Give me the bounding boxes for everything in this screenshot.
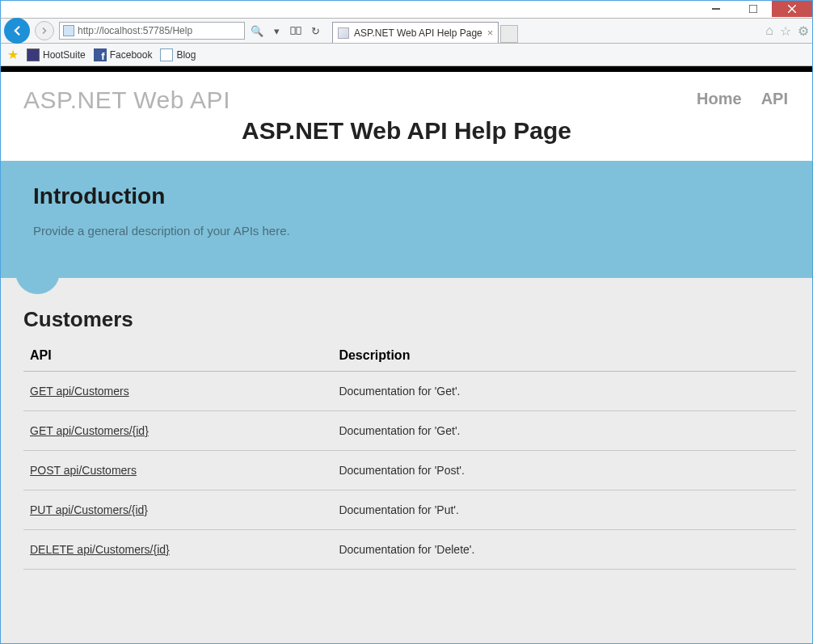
api-link[interactable]: PUT api/Customers/{id} (30, 503, 148, 516)
search-icon[interactable]: 🔍 (250, 23, 264, 38)
tab-title: ASP.NET Web API Help Page (354, 27, 482, 39)
tab-strip: ASP.NET Web API Help Page × (332, 19, 518, 43)
compat-view-icon[interactable] (289, 23, 303, 38)
api-table: API Description GET api/CustomersDocumen… (23, 340, 796, 570)
intro-section: Introduction Provide a general descripti… (1, 161, 812, 278)
minimize-button[interactable] (697, 1, 735, 17)
api-link[interactable]: GET api/Customers (30, 385, 129, 398)
api-description: Documentation for 'Put'. (332, 490, 796, 530)
col-api: API (23, 340, 332, 372)
favorite-label: Facebook (110, 49, 153, 61)
svg-rect-1 (749, 5, 757, 13)
api-description: Documentation for 'Get'. (332, 372, 796, 411)
api-link[interactable]: GET api/Customers/{id} (30, 424, 149, 437)
page-title: ASP.NET Web API Help Page (23, 117, 790, 156)
facebook-icon (94, 48, 107, 61)
intro-text: Provide a general description of your AP… (33, 224, 780, 238)
table-row: GET api/Customers/{id}Documentation for … (23, 411, 796, 451)
nav-api-link[interactable]: API (761, 90, 788, 108)
tab-favicon-icon (338, 27, 349, 39)
address-bar[interactable]: http://localhost:57785/Help (59, 22, 245, 40)
favorites-bar: ★ HootSuite Facebook Blog (0, 44, 813, 66)
table-row: POST api/CustomersDocumentation for 'Pos… (23, 451, 796, 490)
tab-close-icon[interactable]: × (487, 27, 494, 39)
maximize-button[interactable] (735, 1, 772, 17)
window-titlebar (0, 0, 813, 18)
dropdown-icon[interactable]: ▾ (269, 23, 284, 38)
back-button[interactable] (4, 18, 30, 44)
header-nav: Home API (697, 90, 788, 108)
svg-rect-4 (291, 27, 295, 35)
api-description: Documentation for 'Post'. (332, 451, 796, 490)
hootsuite-icon (27, 48, 40, 61)
col-description: Description (332, 340, 796, 372)
intro-heading: Introduction (33, 183, 780, 209)
favorite-hootsuite[interactable]: HootSuite (27, 48, 86, 61)
blog-icon (160, 48, 173, 61)
browser-toolbar: http://localhost:57785/Help 🔍 ▾ ↻ ASP.NE… (0, 18, 813, 44)
close-button[interactable] (772, 1, 812, 17)
home-icon[interactable]: ⌂ (765, 23, 773, 39)
favorites-star-icon[interactable]: ☆ (780, 23, 791, 39)
add-favorite-icon[interactable]: ★ (7, 47, 19, 62)
api-link[interactable]: DELETE api/Customers/{id} (30, 543, 170, 556)
api-description: Documentation for 'Get'. (332, 411, 796, 451)
api-link[interactable]: POST api/Customers (30, 464, 137, 477)
brand-title: ASP.NET Web API (23, 86, 790, 114)
page-header: ASP.NET Web API Home API ASP.NET Web API… (1, 72, 812, 161)
address-url: http://localhost:57785/Help (78, 25, 192, 36)
toolbar-right: ⌂ ☆ ⚙ (765, 23, 809, 39)
forward-button[interactable] (35, 21, 54, 40)
refresh-icon[interactable]: ↻ (308, 23, 322, 38)
nav-home-link[interactable]: Home (697, 90, 742, 108)
svg-rect-0 (712, 8, 720, 10)
page-content: ASP.NET Web API Home API ASP.NET Web API… (0, 66, 813, 644)
favorite-label: HootSuite (43, 49, 86, 61)
table-row: GET api/CustomersDocumentation for 'Get'… (23, 372, 796, 411)
favorite-facebook[interactable]: Facebook (94, 48, 153, 61)
top-strip (1, 66, 812, 72)
table-row: DELETE api/Customers/{id}Documentation f… (23, 530, 796, 570)
page-favicon-icon (63, 25, 74, 36)
table-row: PUT api/Customers/{id}Documentation for … (23, 490, 796, 530)
new-tab-button[interactable] (500, 25, 518, 43)
favorite-blog[interactable]: Blog (160, 48, 196, 61)
api-section-title: Customers (23, 307, 796, 332)
api-section: Customers API Description GET api/Custom… (1, 278, 812, 586)
tools-gear-icon[interactable]: ⚙ (798, 23, 809, 39)
api-description: Documentation for 'Delete'. (332, 530, 796, 570)
svg-rect-5 (297, 27, 301, 35)
favorite-label: Blog (176, 49, 196, 61)
browser-tab[interactable]: ASP.NET Web API Help Page × (332, 22, 499, 43)
